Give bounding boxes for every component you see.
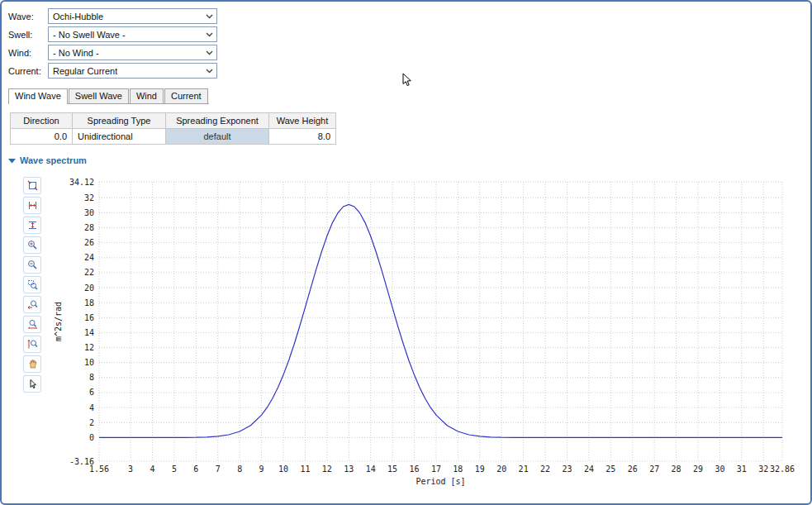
svg-text:12: 12 [322, 465, 332, 474]
fit-height-icon [27, 220, 38, 231]
svg-text:23: 23 [562, 465, 572, 474]
svg-text:18: 18 [84, 298, 94, 307]
zoom-x-button[interactable] [23, 316, 41, 333]
pan-hand-icon [27, 359, 38, 369]
zoom-window-button[interactable] [23, 276, 41, 293]
svg-text:20: 20 [496, 465, 506, 474]
wind-label: Wind: [8, 48, 48, 58]
tab-wind-wave[interactable]: Wind Wave [8, 88, 68, 104]
svg-text:28: 28 [84, 223, 94, 232]
collapse-triangle-icon [8, 155, 16, 165]
svg-text:3: 3 [128, 465, 133, 474]
svg-text:24: 24 [84, 253, 94, 262]
svg-text:16: 16 [410, 465, 420, 474]
wind-row: Wind: - No Wind - [8, 45, 810, 60]
zoom-y-icon [27, 339, 38, 350]
zoom-window-icon [27, 279, 38, 290]
zoom-in-button[interactable] [23, 236, 41, 254]
svg-text:15: 15 [387, 465, 397, 474]
chart-area: 1.56345678910111213141516171819202122232… [8, 170, 810, 503]
svg-text:20: 20 [84, 283, 94, 293]
zoom-in-icon [27, 240, 38, 250]
zoom-extents-button[interactable] [23, 177, 41, 194]
tab-bar: Wind Wave Swell Wave Wind Current [8, 88, 209, 104]
wave-height-header: Wave Height [269, 113, 336, 129]
wind-select[interactable]: - No Wind - [48, 45, 217, 60]
svg-text:32: 32 [758, 465, 768, 474]
swell-label: Swell: [8, 30, 48, 40]
svg-text:31: 31 [737, 465, 747, 474]
svg-text:17: 17 [431, 465, 441, 474]
current-select-value: Regular Current [53, 66, 117, 76]
swell-select-value: - No Swell Wave - [53, 30, 126, 40]
chevron-down-icon [203, 28, 215, 40]
svg-text:25: 25 [605, 465, 615, 474]
svg-text:7: 7 [216, 465, 221, 474]
svg-text:26: 26 [84, 238, 94, 247]
fit-width-button[interactable] [23, 197, 41, 214]
current-select[interactable]: Regular Current [48, 63, 217, 79]
zoom-out-button[interactable] [23, 256, 41, 274]
wave-spectrum-section-header[interactable]: Wave spectrum [8, 155, 810, 165]
wave-label: Wave: [8, 12, 48, 21]
pointer-arrow-icon [27, 379, 38, 389]
fit-height-button[interactable] [23, 217, 41, 234]
svg-text:4: 4 [150, 465, 154, 474]
svg-text:0: 0 [89, 433, 94, 442]
svg-text:30: 30 [84, 208, 94, 217]
chevron-down-icon [203, 46, 215, 59]
svg-text:11: 11 [300, 465, 310, 474]
svg-text:22: 22 [540, 465, 550, 474]
section-title: Wave spectrum [20, 155, 87, 165]
select-button[interactable] [23, 375, 41, 393]
svg-text:21: 21 [519, 465, 529, 474]
zoom-undo-button[interactable] [23, 296, 41, 313]
wave-parameters-table: Direction Spreading Type Spreading Expon… [10, 112, 336, 145]
svg-text:14: 14 [84, 328, 94, 337]
table-row: 0.0 Unidirectional default 8.0 [11, 129, 336, 145]
fit-width-icon [27, 200, 38, 211]
svg-text:12: 12 [84, 343, 94, 352]
spreading-exponent-header: Spreading Exponent [166, 113, 269, 129]
svg-text:1.56: 1.56 [89, 465, 109, 474]
svg-text:32.86: 32.86 [770, 465, 795, 474]
wave-row: Wave: Ochi-Hubble [8, 8, 810, 24]
tab-swell-wave[interactable]: Swell Wave [69, 88, 129, 103]
direction-cell[interactable]: 0.0 [11, 129, 73, 145]
spreading-type-cell[interactable]: Unidirectional [73, 129, 166, 145]
spreading-exponent-cell[interactable]: default [166, 129, 269, 145]
current-label: Current: [8, 66, 48, 76]
svg-text:4: 4 [89, 403, 94, 412]
svg-text:5: 5 [172, 465, 177, 474]
zoom-out-icon [27, 260, 38, 270]
svg-text:16: 16 [84, 313, 94, 322]
chart-wrap: 1.56345678910111213141516171819202122232… [51, 170, 810, 503]
svg-text:29: 29 [693, 465, 703, 474]
svg-text:6: 6 [89, 388, 94, 397]
zoom-undo-icon [27, 299, 38, 310]
svg-text:26: 26 [628, 465, 638, 474]
environment-window: Wave: Ochi-Hubble Swell: - No Swell Wave… [0, 0, 812, 505]
wave-spectrum-plot[interactable]: 1.56345678910111213141516171819202122232… [51, 170, 799, 501]
swell-row: Swell: - No Swell Wave - [8, 26, 810, 42]
svg-text:32: 32 [84, 193, 94, 202]
svg-text:10: 10 [278, 465, 288, 474]
svg-text:14: 14 [366, 465, 376, 474]
wave-select[interactable]: Ochi-Hubble [48, 8, 217, 24]
svg-text:28: 28 [672, 465, 681, 474]
svg-text:8: 8 [237, 465, 242, 474]
tab-wind[interactable]: Wind [130, 88, 164, 103]
direction-header: Direction [11, 113, 73, 129]
pan-button[interactable] [23, 355, 41, 373]
svg-text:9: 9 [259, 465, 264, 474]
chevron-down-icon [203, 10, 215, 22]
chevron-down-icon [203, 64, 215, 77]
table-header-row: Direction Spreading Type Spreading Expon… [11, 113, 336, 129]
tab-current[interactable]: Current [164, 88, 208, 103]
svg-text:24: 24 [584, 465, 594, 474]
wave-height-cell[interactable]: 8.0 [269, 129, 336, 145]
svg-text:-3.16: -3.16 [69, 457, 94, 466]
svg-text:22: 22 [84, 268, 94, 277]
zoom-y-button[interactable] [23, 336, 41, 353]
swell-select[interactable]: - No Swell Wave - [48, 26, 217, 42]
